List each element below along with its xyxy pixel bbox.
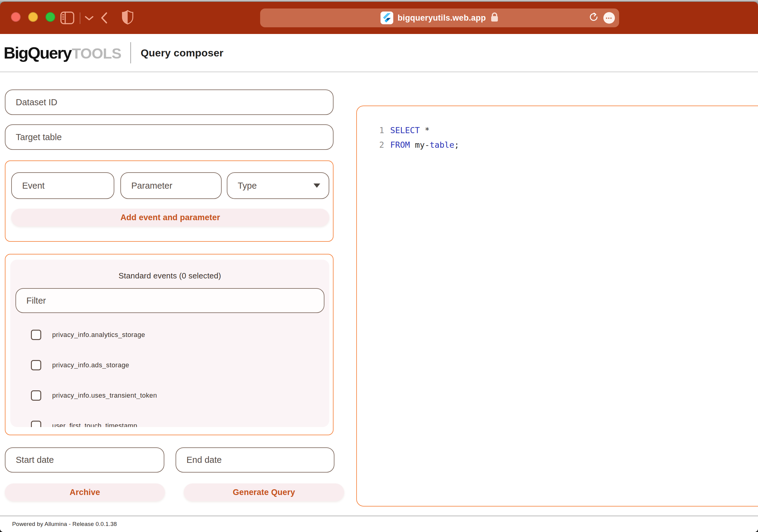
standard-event-checkbox[interactable] (31, 421, 41, 427)
standard-events-panel: Standard events (0 selected) privacy_inf… (5, 254, 333, 435)
reload-icon[interactable] (589, 12, 599, 24)
zoom-window-button[interactable] (46, 12, 55, 22)
event-builder-panel: Type Add event and parameter (5, 160, 333, 242)
standard-event-label: privacy_info.analytics_storage (52, 331, 145, 339)
line-number: 1 (375, 123, 384, 138)
standard-event-row: privacy_info.analytics_storage (10, 320, 329, 350)
code-text: SELECT * (390, 123, 430, 138)
address-bar[interactable]: bigqueryutils.web.app ••• (260, 9, 619, 27)
footer-text: Powered by Allumina - Release 0.0.1.38 (12, 521, 117, 527)
standard-event-checkbox[interactable] (31, 330, 41, 340)
lock-icon (490, 12, 499, 24)
type-dropdown[interactable]: Type (227, 172, 329, 199)
standard-event-label: privacy_info.uses_transient_token (52, 392, 157, 400)
code-line: 1 SELECT * (375, 123, 758, 138)
app-logo: BigQueryTOOLS (4, 43, 121, 62)
dataset-id-field[interactable] (5, 89, 333, 115)
close-window-button[interactable] (11, 12, 20, 22)
target-table-field[interactable] (5, 124, 333, 150)
screen: bigqueryutils.web.app ••• (0, 0, 758, 532)
generate-query-button[interactable]: Generate Query (184, 483, 344, 501)
standard-event-label: privacy_info.ads_storage (52, 361, 129, 369)
traffic-lights (11, 12, 55, 22)
app-footer: Powered by Allumina - Release 0.0.1.38 (0, 515, 758, 532)
standard-event-row: privacy_info.uses_transient_token (10, 380, 329, 411)
standard-events-title: Standard events (0 selected) (10, 271, 329, 281)
sidebar-icon[interactable] (60, 11, 75, 24)
end-date-field[interactable] (176, 447, 334, 473)
header-divider (130, 42, 131, 63)
standard-events-card: Standard events (0 selected) privacy_inf… (10, 260, 329, 427)
toolbar-divider (80, 13, 80, 24)
dropdown-arrow-icon (314, 184, 320, 188)
standard-event-label: user_first_touch_timestamp (52, 422, 137, 427)
standard-event-row: privacy_info.ads_storage (10, 350, 329, 380)
browser-window: bigqueryutils.web.app ••• (0, 2, 758, 532)
standard-event-checkbox[interactable] (31, 390, 41, 401)
browser-titlebar: bigqueryutils.web.app ••• (0, 2, 758, 34)
line-number: 2 (375, 138, 384, 152)
parameter-field[interactable] (121, 172, 222, 199)
start-date-field[interactable] (5, 447, 164, 473)
url-text: bigqueryutils.web.app (397, 13, 486, 23)
logo-primary: BigQuery (4, 44, 71, 62)
code-line: 2 FROM my-table; (375, 138, 758, 152)
filter-field[interactable] (16, 288, 325, 313)
type-dropdown-label: Type (238, 181, 314, 191)
app-header: BigQueryTOOLS Query composer (0, 34, 758, 72)
code-text: FROM my-table; (390, 138, 459, 152)
event-field[interactable] (11, 172, 114, 199)
more-icon[interactable]: ••• (603, 12, 615, 24)
page-title: Query composer (141, 47, 224, 59)
standard-event-row: user_first_touch_timestamp (10, 411, 329, 427)
minimize-window-button[interactable] (28, 12, 38, 22)
logo-secondary: TOOLS (72, 45, 121, 61)
sql-editor-panel[interactable]: 1 SELECT * 2 FROM my-table; (356, 106, 758, 507)
flutter-favicon (381, 12, 393, 24)
shield-icon[interactable] (121, 10, 134, 25)
standard-event-checkbox[interactable] (31, 360, 41, 370)
back-icon[interactable] (100, 12, 108, 24)
chevron-down-icon[interactable] (84, 16, 94, 21)
standard-events-list: privacy_info.analytics_storage privacy_i… (10, 320, 329, 427)
archive-button[interactable]: Archive (5, 483, 165, 501)
add-event-and-parameter-button[interactable]: Add event and parameter (11, 209, 329, 226)
